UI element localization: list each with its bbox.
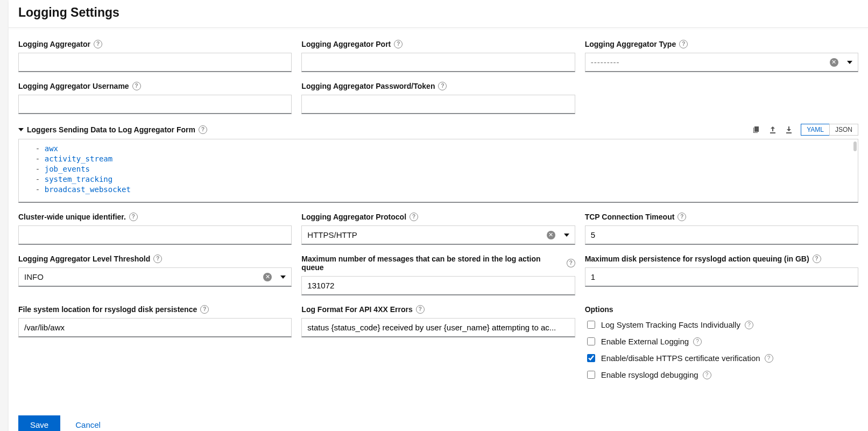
label-level: Logging Aggregator Level Threshold [18,255,150,263]
option-row[interactable]: Log System Tracking Facts Individually ? [585,319,858,330]
fs-location-input[interactable] [18,318,292,337]
label-loggers: Loggers Sending Data to Log Aggregator F… [27,125,195,134]
help-icon[interactable]: ? [94,40,102,48]
option-row[interactable]: Enable/disable HTTPS certificate verific… [585,352,858,364]
help-icon[interactable]: ? [693,337,702,346]
loggers-code-editor[interactable]: - awx - activity_stream - job_events - s… [18,139,858,203]
max-messages-input[interactable] [301,276,575,295]
json-toggle[interactable]: JSON [829,124,858,136]
help-icon[interactable]: ? [679,40,688,48]
download-icon[interactable] [785,125,793,134]
clear-icon[interactable]: ✕ [547,231,555,239]
password-input[interactable] [301,95,575,114]
type-select-value: --------- [591,58,830,67]
cluster-id-input[interactable] [18,225,292,245]
help-icon[interactable]: ? [200,305,209,314]
protocol-select[interactable]: HTTPS/HTTP ✕ [301,225,575,245]
opt1-label: Log System Tracking Facts Individually [601,320,740,329]
clear-icon[interactable]: ✕ [263,273,272,281]
cancel-button[interactable]: Cancel [72,420,104,430]
label-cluster-id: Cluster-wide unique identifier. [18,213,126,221]
code-line: - activity_stream [26,154,850,164]
opt4-checkbox[interactable] [587,371,595,379]
code-line: - awx [26,144,850,154]
opt2-label: Enable External Logging [601,337,689,346]
label-log-format: Log Format For API 4XX Errors [301,305,412,314]
scrollbar[interactable] [853,142,857,151]
help-icon[interactable]: ? [416,305,425,314]
help-icon[interactable]: ? [199,125,207,134]
copy-icon[interactable] [752,125,761,134]
help-icon[interactable]: ? [132,82,141,90]
tcp-timeout-input[interactable] [585,225,858,245]
code-line: - job_events [26,164,850,174]
label-type: Logging Aggregator Type [585,40,676,48]
label-port: Logging Aggregator Port [301,40,391,48]
level-select[interactable]: INFO ✕ [18,267,292,287]
username-input[interactable] [18,95,292,114]
option-row[interactable]: Enable External Logging ? [585,336,858,347]
log-format-input[interactable] [301,318,575,337]
label-fs-location: File system location for rsyslogd disk p… [18,305,197,314]
label-max-messages: Maximum number of messages that can be s… [301,255,563,272]
help-icon[interactable]: ? [567,259,575,267]
save-button[interactable]: Save [18,415,60,431]
chevron-down-icon [847,61,852,64]
label-password: Logging Aggregator Password/Token [301,82,435,90]
protocol-select-value: HTTPS/HTTP [307,230,546,239]
help-icon[interactable]: ? [438,82,447,90]
code-line: - system_tracking [26,174,850,185]
chevron-down-icon[interactable] [18,128,24,131]
opt1-checkbox[interactable] [587,321,595,329]
opt3-label: Enable/disable HTTPS certificate verific… [601,354,760,363]
help-icon[interactable]: ? [745,321,753,329]
type-select[interactable]: --------- ✕ [585,53,858,72]
label-protocol: Logging Aggregator Protocol [301,213,406,221]
label-tcp-timeout: TCP Connection Timeout [585,213,675,221]
opt2-checkbox[interactable] [587,337,595,345]
opt3-checkbox[interactable] [587,354,595,362]
level-select-value: INFO [24,272,263,281]
code-line: - broadcast_websocket [26,185,850,195]
clear-icon[interactable]: ✕ [830,58,838,67]
help-icon[interactable]: ? [410,213,418,221]
label-aggregator: Logging Aggregator [18,40,90,48]
chevron-down-icon [280,275,286,279]
port-input[interactable] [301,53,575,72]
help-icon[interactable]: ? [678,213,686,221]
max-disk-input[interactable] [585,267,858,287]
help-icon[interactable]: ? [765,354,773,363]
aggregator-input[interactable] [18,53,292,72]
yaml-toggle[interactable]: YAML [801,124,829,136]
opt4-label: Enable rsyslogd debugging [601,370,698,379]
option-row[interactable]: Enable rsyslogd debugging ? [585,369,858,380]
upload-icon[interactable] [768,125,777,134]
help-icon[interactable]: ? [153,255,162,263]
label-username: Logging Aggregator Username [18,82,129,90]
help-icon[interactable]: ? [813,255,821,263]
page-title: Logging Settings [18,5,858,20]
help-icon[interactable]: ? [703,371,711,379]
label-max-disk: Maximum disk persistence for rsyslogd ac… [585,255,809,263]
divider [9,27,868,28]
help-icon[interactable]: ? [394,40,403,48]
help-icon[interactable]: ? [129,213,138,221]
label-options: Options [585,305,858,314]
chevron-down-icon [564,234,569,237]
